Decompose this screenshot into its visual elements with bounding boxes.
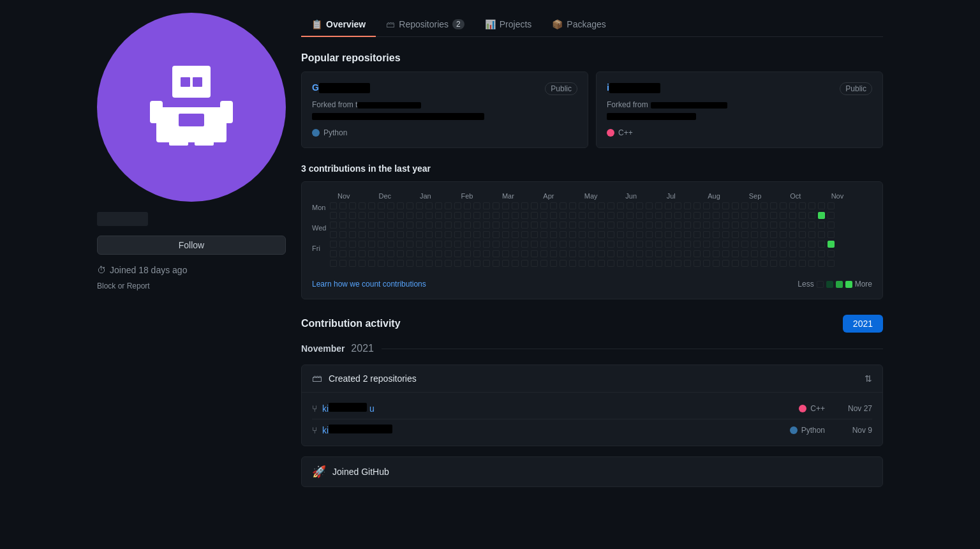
contrib-cell <box>607 231 614 238</box>
contrib-cell <box>751 212 758 219</box>
contrib-cell <box>808 260 815 267</box>
block-report-link[interactable]: Block or Report <box>97 282 150 290</box>
day-labels: Mon Wed Fri <box>312 202 326 273</box>
contrib-cell <box>818 212 825 219</box>
collapse-icon[interactable]: ⇅ <box>865 373 872 384</box>
contrib-cell <box>751 222 758 229</box>
contrib-cell <box>378 222 385 229</box>
contrib-cell <box>722 250 729 257</box>
activity-month-year: 2021 <box>351 343 374 354</box>
contrib-cell <box>560 241 567 248</box>
tab-overview-label: Overview <box>326 19 366 29</box>
year-button[interactable]: 2021 <box>843 315 883 333</box>
contrib-cell <box>655 250 662 257</box>
contrib-cell <box>368 231 375 238</box>
contrib-cell <box>636 231 643 238</box>
contrib-cell <box>732 202 739 209</box>
activity-repo-name-1[interactable]: ki u <box>322 403 799 414</box>
contrib-cell <box>579 222 586 229</box>
contrib-cell <box>722 222 729 229</box>
popular-repos-title: Popular repositories <box>301 52 883 64</box>
contrib-cell <box>435 222 442 229</box>
contrib-cell <box>521 250 528 257</box>
contrib-cell <box>751 202 758 209</box>
contrib-cell <box>579 241 586 248</box>
month-nov-1: Nov <box>338 192 378 200</box>
contrib-cell <box>588 250 595 257</box>
contrib-cell <box>445 241 452 248</box>
contrib-cell <box>684 231 691 238</box>
contrib-cell <box>684 260 691 267</box>
activity-repo-name-2[interactable]: ki <box>322 425 790 435</box>
activity-divider <box>382 349 883 349</box>
contrib-grid-wrapper: Mon Wed Fri <box>312 202 872 273</box>
clock-icon: ⏱ <box>97 265 106 275</box>
contrib-cell <box>780 212 787 219</box>
contrib-cell <box>770 241 777 248</box>
contrib-cell <box>435 241 442 248</box>
contrib-cell <box>627 222 634 229</box>
contrib-cell <box>521 241 528 248</box>
day-label-empty-3 <box>312 255 326 263</box>
contrib-cell <box>406 222 413 229</box>
contrib-cell <box>636 241 643 248</box>
contrib-cell <box>445 222 452 229</box>
contrib-cell <box>454 250 461 257</box>
activity-month-header: November 2021 <box>301 343 883 354</box>
contrib-cell <box>339 222 346 229</box>
tab-overview[interactable]: 📋 Overview <box>301 13 376 37</box>
contrib-cell <box>473 212 480 219</box>
tab-packages[interactable]: 📦 Packages <box>542 13 616 37</box>
follow-button[interactable]: Follow <box>97 236 286 255</box>
activity-lang-label-2: Python <box>801 426 825 435</box>
contrib-cell <box>627 250 634 257</box>
day-label-wed: Wed <box>312 224 326 232</box>
contrib-cell <box>483 202 490 209</box>
contrib-cell <box>694 202 701 209</box>
contrib-cell <box>560 260 567 267</box>
contrib-cell <box>330 250 337 257</box>
contrib-cell <box>741 241 748 248</box>
contrib-cell <box>761 241 768 248</box>
learn-contributions-link[interactable]: Learn how we count contributions <box>312 280 426 289</box>
contrib-cell <box>473 241 480 248</box>
contrib-cell <box>550 212 557 219</box>
contrib-cell <box>607 212 614 219</box>
contrib-cell <box>473 250 480 257</box>
day-label-empty-4 <box>312 265 326 273</box>
contrib-cell <box>349 250 356 257</box>
contrib-cell <box>521 222 528 229</box>
contrib-cell <box>416 212 423 219</box>
contrib-cell <box>646 231 653 238</box>
contrib-cell <box>406 250 413 257</box>
day-label-empty-2 <box>312 234 326 243</box>
contrib-cell <box>550 260 557 267</box>
contrib-cell <box>770 222 777 229</box>
contrib-cell <box>483 222 490 229</box>
contrib-cell <box>359 212 366 219</box>
contrib-cell <box>416 241 423 248</box>
contrib-cell <box>445 202 452 209</box>
repo-card-1-header: G Public <box>312 82 577 95</box>
contrib-cell <box>339 250 346 257</box>
contrib-cell <box>646 202 653 209</box>
tab-repositories[interactable]: 🗃 Repositories 2 <box>376 13 475 37</box>
contrib-cell <box>636 212 643 219</box>
repo-card-1: G Public Forked from t Python <box>301 71 588 148</box>
contrib-cell <box>378 212 385 219</box>
contrib-cell <box>607 202 614 209</box>
day-label-mon: Mon <box>312 204 326 212</box>
repo-card-1-name[interactable]: G <box>312 82 370 93</box>
contrib-cell <box>694 231 701 238</box>
contrib-cell <box>780 241 787 248</box>
contrib-cell <box>732 241 739 248</box>
activity-header: Contribution activity 2021 <box>301 315 883 333</box>
tab-projects[interactable]: 📊 Projects <box>475 13 542 37</box>
contrib-cell <box>454 222 461 229</box>
contrib-cell <box>761 202 768 209</box>
repo-card-2-name[interactable]: i <box>607 82 660 93</box>
fork-icon-2: ⑂ <box>312 425 317 435</box>
contrib-cell <box>550 231 557 238</box>
contrib-cell <box>540 222 547 229</box>
contrib-cell <box>674 222 681 229</box>
